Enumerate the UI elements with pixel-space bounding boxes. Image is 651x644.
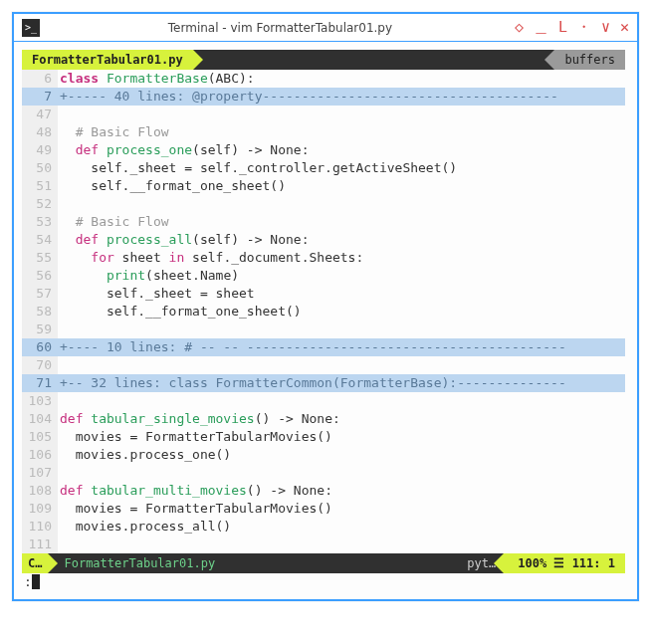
code-row[interactable]: 104def tabular_single_movies() -> None: — [22, 410, 625, 428]
dot-icon[interactable]: ・ — [576, 18, 591, 37]
code-row[interactable]: 105 movies = FormatterTabularMovies() — [22, 428, 625, 446]
vim-cmdline[interactable]: : — [22, 573, 625, 591]
code-row[interactable]: 49 def process_one(self) -> None: — [22, 141, 625, 159]
code-row[interactable]: 56 print(sheet.Name) — [22, 267, 625, 285]
line-number: 105 — [22, 428, 58, 446]
fold-row[interactable]: 7+----- 40 lines: @property-------------… — [22, 88, 625, 106]
line-content — [58, 536, 625, 553]
line-content: # Basic Flow — [58, 213, 625, 231]
vim-tabline: FormatterTabular01.py buffers — [22, 50, 625, 70]
line-content: for sheet in self._document.Sheets: — [58, 249, 625, 267]
close-icon[interactable]: ✕ — [620, 18, 629, 37]
line-number: 53 — [22, 213, 58, 231]
code-row[interactable]: 58 self.__format_one_sheet() — [22, 303, 625, 321]
line-content: movies.process_all() — [58, 518, 625, 536]
terminal-window: >_ Terminal - vim FormatterTabular01.py … — [12, 12, 639, 601]
statusline-file: FormatterTabular01.py — [48, 553, 225, 573]
line-content: print(sheet.Name) — [58, 267, 625, 285]
line-number: 54 — [22, 231, 58, 249]
code-row[interactable]: 51 self.__format_one_sheet() — [22, 177, 625, 195]
line-content: def process_all(self) -> None: — [58, 231, 625, 249]
line-content: def tabular_single_movies() -> None: — [58, 410, 625, 428]
code-row[interactable]: 53 # Basic Flow — [22, 213, 625, 231]
tabline-spacer — [193, 50, 555, 70]
line-number: 111 — [22, 536, 58, 553]
tab-active[interactable]: FormatterTabular01.py — [22, 50, 193, 70]
line-number: 56 — [22, 267, 58, 285]
code-row[interactable]: 106 movies.process_one() — [22, 446, 625, 464]
line-content: # Basic Flow — [58, 123, 625, 141]
minimize-icon[interactable]: ＿ — [534, 18, 548, 37]
line-number: 7 — [22, 88, 58, 106]
code-row[interactable]: 50 self._sheet = self._controller.getAct… — [22, 159, 625, 177]
statusline-position: 100% ☰ 111: 1 — [504, 553, 625, 573]
line-number: 57 — [22, 285, 58, 303]
code-row[interactable]: 107 — [22, 464, 625, 482]
line-content: movies.process_one() — [58, 446, 625, 464]
line-number: 71 — [22, 374, 58, 392]
window-controls: ◇ ＿ 𝖫 ・ ∨ ✕ — [515, 18, 629, 37]
line-number: 107 — [22, 464, 58, 482]
line-content: self._sheet = self._controller.getActive… — [58, 159, 625, 177]
code-row[interactable]: 110 movies.process_all() — [22, 518, 625, 536]
code-row[interactable]: 109 movies = FormatterTabularMovies() — [22, 500, 625, 518]
line-content: def tabular_multi_movies() -> None: — [58, 482, 625, 500]
line-number: 103 — [22, 392, 58, 410]
line-number: 108 — [22, 482, 58, 500]
vim-statusline: C… FormatterTabular01.py pyt… 100% ☰ 111… — [22, 553, 625, 573]
statusline-mode: C… — [22, 553, 48, 573]
window-title: Terminal - vim FormatterTabular01.py — [46, 21, 515, 35]
line-number: 55 — [22, 249, 58, 267]
code-row[interactable]: 55 for sheet in self._document.Sheets: — [22, 249, 625, 267]
line-content — [58, 464, 625, 482]
code-row[interactable]: 48 # Basic Flow — [22, 123, 625, 141]
fold-row[interactable]: 60+---- 10 lines: # -- -- --------------… — [22, 338, 625, 356]
terminal-body: FormatterTabular01.py buffers 6class For… — [14, 42, 637, 599]
code-row[interactable]: 47 — [22, 106, 625, 123]
code-row[interactable]: 52 — [22, 195, 625, 213]
titlebar: >_ Terminal - vim FormatterTabular01.py … — [14, 14, 637, 42]
line-content: movies = FormatterTabularMovies() — [58, 500, 625, 518]
line-content — [58, 195, 625, 213]
shade-icon[interactable]: ∨ — [601, 18, 610, 37]
code-row[interactable]: 57 self._sheet = sheet — [22, 285, 625, 303]
line-content — [58, 321, 625, 338]
line-number: 60 — [22, 338, 58, 356]
line-content: class FormatterBase(ABC): — [58, 70, 625, 88]
line-content: +---- 10 lines: # -- -- ----------------… — [58, 338, 625, 356]
cmdline-prompt: : — [24, 573, 32, 591]
line-content: self.__format_one_sheet() — [58, 177, 625, 195]
line-content — [58, 356, 625, 374]
ontop-icon[interactable]: ◇ — [515, 18, 524, 37]
line-number: 70 — [22, 356, 58, 374]
line-content: def process_one(self) -> None: — [58, 141, 625, 159]
line-number: 106 — [22, 446, 58, 464]
line-content — [58, 392, 625, 410]
line-number: 58 — [22, 303, 58, 321]
line-content: +----- 40 lines: @property--------------… — [58, 88, 625, 106]
maximize-icon[interactable]: 𝖫 — [558, 18, 566, 37]
line-number: 50 — [22, 159, 58, 177]
code-row[interactable]: 103 — [22, 392, 625, 410]
code-row[interactable]: 54 def process_all(self) -> None: — [22, 231, 625, 249]
code-row[interactable]: 108def tabular_multi_movies() -> None: — [22, 482, 625, 500]
statusline-spacer — [225, 553, 459, 573]
fold-row[interactable]: 71+-- 32 lines: class FormatterCommon(Fo… — [22, 374, 625, 392]
line-number: 110 — [22, 518, 58, 536]
line-content: movies = FormatterTabularMovies() — [58, 428, 625, 446]
line-number: 6 — [22, 70, 58, 88]
line-number: 109 — [22, 500, 58, 518]
buffers-label[interactable]: buffers — [554, 50, 625, 70]
line-number: 52 — [22, 195, 58, 213]
line-content: +-- 32 lines: class FormatterCommon(Form… — [58, 374, 625, 392]
line-content — [58, 106, 625, 123]
code-row[interactable]: 70 — [22, 356, 625, 374]
line-number: 48 — [22, 123, 58, 141]
code-area[interactable]: 6class FormatterBase(ABC):7+----- 40 lin… — [22, 70, 625, 553]
code-row[interactable]: 59 — [22, 321, 625, 338]
line-number: 47 — [22, 106, 58, 123]
line-number: 59 — [22, 321, 58, 338]
line-content: self.__format_one_sheet() — [58, 303, 625, 321]
code-row[interactable]: 111 — [22, 536, 625, 553]
code-row[interactable]: 6class FormatterBase(ABC): — [22, 70, 625, 88]
